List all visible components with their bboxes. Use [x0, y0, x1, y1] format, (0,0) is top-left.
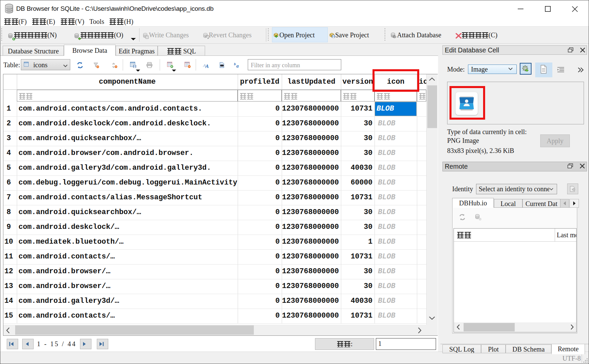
svg-text:b: b — [234, 62, 236, 66]
svg-text:a: a — [236, 64, 239, 68]
svg-text:A: A — [205, 64, 209, 68]
